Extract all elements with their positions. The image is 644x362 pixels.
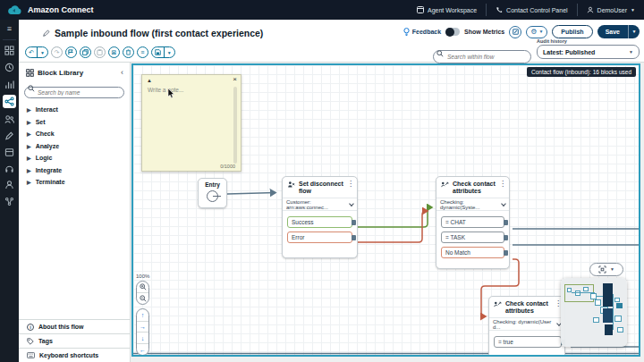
category-terminate[interactable]: ▶Terminate [19,176,130,189]
chevron-right-icon: ▶ [27,119,31,125]
save-button[interactable]: Save [597,25,628,38]
save-menu-button[interactable]: ▼ [628,25,640,38]
feedback-button[interactable]: Feedback [403,28,441,36]
category-set[interactable]: ▶Set [19,116,130,129]
flow-header: Sample inbound flow (first contact exper… [19,20,644,63]
audit-history-select[interactable]: Audit history Latest: Published▼ [537,38,640,59]
zoom-out-button[interactable] [137,292,148,304]
zoom-in-button[interactable] [137,282,148,292]
brand-label: Amazon Connect [28,5,94,14]
minimap-toggle[interactable]: ▼ [589,263,623,276]
block-parameter[interactable]: Checking: dynamic(Syste... [436,198,509,211]
output-chat[interactable]: = CHAT [441,216,504,228]
save-flow-split-button[interactable]: ▼ [151,46,175,58]
note-scrollbar[interactable] [233,87,237,164]
pan-left-button[interactable]: ← [137,343,148,355]
chevron-down-icon[interactable]: ▼ [37,47,47,57]
chevron-down-icon: ▼ [610,267,614,272]
trash-icon [125,49,131,55]
agent-icon[interactable] [3,178,16,191]
chevron-right-icon: ▶ [27,143,31,149]
dashboard-icon[interactable] [3,44,16,57]
output-port[interactable] [352,220,356,225]
disk-icon[interactable] [152,47,164,57]
contact-control-panel-link[interactable]: Contact Control Panel [486,4,576,16]
user-icon [587,6,594,13]
feedback-label: Feedback [412,29,441,35]
category-integrate[interactable]: ▶Integrate [19,164,130,177]
output-port[interactable] [504,220,508,225]
keyboard-shortcuts-button[interactable]: Keyboard shortcuts [19,348,130,362]
output-task[interactable]: = TASK [441,232,504,243]
check-contact-attributes-block-2[interactable]: Check contact attributes ⋮ Checking: dyn… [488,296,565,357]
chevron-down-icon [501,201,506,206]
minimap[interactable] [561,278,627,347]
amazon-connect-flow-designer: { "topnav": { "brand": "Amazon Connect",… [0,0,644,362]
check-contact-attributes-block-1[interactable]: Check contact attributes ⋮ Checking: dyn… [436,176,510,269]
category-analyze[interactable]: ▶Analyze [19,140,130,153]
pan-right-button[interactable]: → [137,321,148,333]
block-parameter[interactable]: Customer: arn:aws:connec... [283,198,357,211]
edit-title-icon[interactable] [43,29,50,37]
notes-button[interactable]: ≡ [137,46,148,58]
kebab-menu-icon[interactable]: ⋮ [499,181,506,188]
pan-down-button[interactable]: ↓ [137,332,148,343]
flow-type-badge: Contact flow (inbound): 16 blocks used [527,67,636,77]
publish-button[interactable]: Publish [552,25,592,38]
routing-flows-icon[interactable] [3,95,16,108]
chevron-down-icon[interactable]: ▼ [164,47,174,57]
entry-point-icon [207,190,218,202]
category-check[interactable]: ▶Check [19,128,130,140]
channels-icon[interactable] [3,146,16,159]
paste-button[interactable] [94,46,106,58]
tags-button[interactable]: Tags [19,333,130,348]
settings-button[interactable]: ⚙▼ [526,26,547,38]
output-no-match[interactable]: No Match [441,247,504,258]
minimap-icon [598,265,606,274]
flow-canvas[interactable]: Contact flow (inbound): 16 blocks used ▲… [131,63,640,357]
output-success[interactable]: Success [287,216,352,228]
edit-icon[interactable] [3,129,16,142]
output-true[interactable]: = true [494,336,562,348]
show-metrics-label: Show Metrics [464,29,504,35]
block-search-input[interactable] [24,87,124,98]
brand[interactable]: Amazon Connect [0,4,94,16]
close-icon[interactable]: × [233,76,237,83]
menu-icon[interactable]: ≡ [0,20,19,39]
paste-icon [97,49,103,55]
delete-button[interactable] [123,46,134,58]
history-icon[interactable] [3,61,16,74]
undo-split-button[interactable]: ↶▼ [25,46,48,58]
about-this-flow-button[interactable]: iAbout this flow [19,319,130,333]
collapse-panel-icon[interactable]: ‹ [121,69,123,77]
agent-workspace-link[interactable]: Agent Workspace [408,4,486,16]
output-error[interactable]: Error [287,232,352,243]
set-disconnect-flow-block[interactable]: Set disconnect flow ⋮ Customer: arn:aws:… [282,176,358,258]
pan-up-button[interactable]: ↑ [137,309,148,321]
social-icon[interactable] [3,195,16,208]
entry-block[interactable]: Entry [198,178,227,208]
flow-export-button[interactable] [509,26,521,38]
block-library-panel: Block Library ‹ ▶Interact ▶Set ▶Check ▶A… [19,63,131,362]
note-placeholder[interactable]: Write a note... [148,87,183,93]
undo-icon[interactable]: ↶ [26,47,37,57]
output-port[interactable] [504,235,508,240]
block-parameter[interactable]: Checking: dynamic(User d... [489,317,564,331]
search-within-flow-input[interactable] [433,50,531,63]
output-port[interactable] [352,235,356,240]
show-metrics-toggle[interactable] [445,28,460,36]
sticky-note[interactable]: ▲ × Write a note... 0/1000 [141,74,242,172]
user-menu[interactable]: DemoUser ▼ [577,4,644,16]
redo-button[interactable]: ↷ [51,46,63,58]
category-interact[interactable]: ▶Interact [19,104,130,116]
toggle-knob [445,28,454,37]
users-icon[interactable] [3,113,16,126]
remove-block-button[interactable]: ⊠ [108,46,120,58]
kebab-menu-icon[interactable]: ⋮ [347,181,354,188]
metrics-icon[interactable] [3,78,16,91]
category-logic[interactable]: ▶Logic [19,152,130,164]
headset-icon[interactable] [3,162,16,175]
output-port[interactable] [504,250,508,256]
copy-button[interactable] [80,46,91,58]
snap-button[interactable] [65,46,77,58]
